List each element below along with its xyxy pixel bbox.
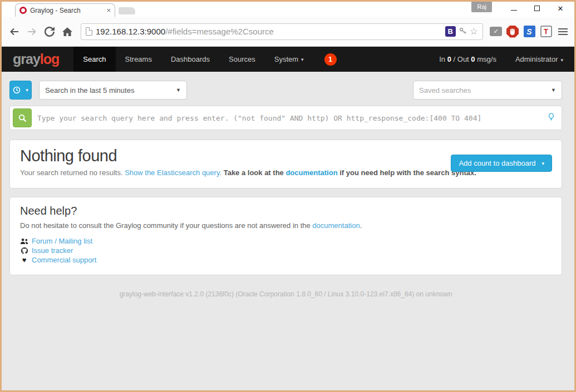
help-panel: Need help? Do not hesitate to consult th…	[9, 197, 562, 275]
maximize-button[interactable]	[525, 2, 549, 15]
chrome-profile-badge[interactable]: Raj	[471, 2, 492, 12]
chevron-down-icon: ▾	[26, 87, 28, 93]
chevron-down-icon: ▾	[541, 161, 544, 166]
search-query-input[interactable]	[37, 114, 542, 122]
throughput-status: In 0 / Out 0 msg/s	[439, 55, 496, 63]
browser-toolbar: 192.168.12.3:9000/#fields=message%2Csour…	[2, 17, 574, 47]
search-icon	[18, 114, 27, 122]
elasticsearch-query-link[interactable]: Show the Elasticsearch query	[125, 168, 219, 177]
issue-tracker-link[interactable]: Issue tracker	[20, 246, 552, 255]
forum-link[interactable]: Forum / Mailing list	[20, 236, 552, 246]
tab-title: Graylog - Search	[30, 7, 103, 14]
url-host: 192.168.12.3:9000	[96, 27, 165, 36]
bookmark-star-icon[interactable]: ☆	[470, 26, 478, 37]
chrome-menu-button[interactable]	[555, 24, 570, 39]
url-bar[interactable]: 192.168.12.3:9000/#fields=message%2Csour…	[81, 23, 483, 40]
adblock-extension-icon[interactable]	[505, 24, 520, 39]
url-path: /#fields=message%2Csource	[165, 27, 274, 36]
documentation-link[interactable]: documentation	[312, 221, 360, 230]
commercial-support-link[interactable]: ♥ Commercial support	[20, 255, 552, 265]
version-footer: graylog-web-interface v1.2.0 (2136f0c) (…	[9, 290, 562, 298]
notification-badge[interactable]: 1	[324, 53, 337, 66]
nav-item-dashboards[interactable]: Dashboards	[161, 47, 219, 72]
forward-button[interactable]	[24, 24, 40, 39]
page-content: ▾ Search in the last 5 minutes ▼ Saved s…	[2, 72, 574, 390]
search-query-panel	[9, 106, 562, 130]
graylog-logo[interactable]: graylog	[13, 51, 59, 67]
b-extension-icon[interactable]: B	[445, 26, 456, 37]
users-icon	[20, 238, 28, 245]
nav-item-system[interactable]: System▾	[265, 47, 313, 72]
url-text[interactable]: 192.168.12.3:9000/#fields=message%2Csour…	[96, 27, 442, 36]
help-intro: Do not hesitate to consult the Graylog c…	[20, 221, 552, 230]
t-extension-icon[interactable]: T	[539, 24, 553, 39]
graylog-navbar: graylog Search Streams Dashboards Source…	[2, 47, 574, 72]
close-button[interactable]: ✕	[549, 2, 572, 15]
nav-item-streams[interactable]: Streams	[116, 47, 161, 72]
home-button[interactable]	[60, 24, 75, 39]
reload-button[interactable]	[42, 24, 57, 39]
browser-window: Graylog - Search × Raj ✕ 192.168.12.3:90…	[0, 0, 576, 392]
s-extension-icon[interactable]: S	[522, 24, 536, 39]
hamburger-icon	[558, 28, 568, 35]
minimize-icon	[511, 10, 517, 11]
checkmark-extension-icon[interactable]: ✓	[489, 24, 503, 39]
chevron-down-icon: ▾	[301, 57, 304, 62]
tab-close-icon[interactable]: ×	[106, 6, 111, 14]
key-icon[interactable]	[459, 27, 466, 37]
user-menu[interactable]: Administrator▾	[515, 55, 563, 63]
search-submit-button[interactable]	[13, 108, 32, 127]
help-title: Need help?	[20, 205, 552, 217]
browser-tab[interactable]: Graylog - Search ×	[15, 3, 115, 17]
maximize-icon	[534, 6, 540, 11]
nav-item-sources[interactable]: Sources	[219, 47, 265, 72]
time-range-button[interactable]: ▾	[9, 81, 32, 100]
main-menu: Search Streams Dashboards Sources System…	[73, 47, 313, 72]
time-range-select[interactable]: Search in the last 5 minutes ▼	[39, 81, 187, 100]
stop-hand-icon	[506, 26, 519, 38]
nav-item-search[interactable]: Search	[73, 47, 115, 72]
documentation-link[interactable]: documentation	[285, 168, 337, 177]
titlebar: Graylog - Search × Raj ✕	[2, 2, 574, 17]
chevron-down-icon: ▾	[560, 57, 563, 63]
saved-searches-select[interactable]: Saved searches ▼	[413, 81, 562, 100]
minimize-button[interactable]	[502, 2, 525, 15]
results-panel: Nothing found Your search returned no re…	[9, 140, 562, 188]
clock-icon	[13, 86, 21, 94]
chevron-down-icon: ▼	[176, 87, 181, 93]
page-icon	[86, 27, 92, 36]
github-icon	[20, 247, 28, 255]
lightbulb-icon[interactable]	[548, 113, 555, 123]
back-button[interactable]	[6, 24, 22, 39]
add-count-to-dashboard-button[interactable]: Add count to dashboard ▾	[451, 155, 552, 172]
graylog-favicon-icon	[19, 7, 27, 14]
new-tab-button[interactable]	[119, 7, 135, 14]
heart-icon: ♥	[20, 255, 28, 265]
chevron-down-icon: ▼	[551, 87, 556, 93]
